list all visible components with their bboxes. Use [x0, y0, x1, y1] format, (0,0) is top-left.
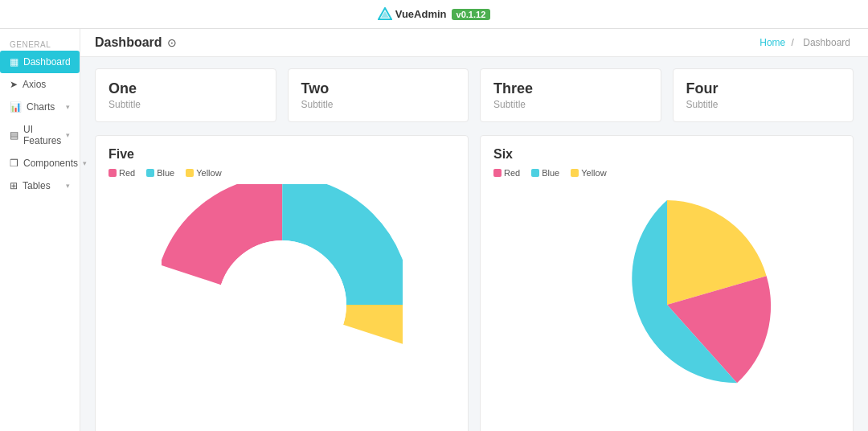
sidebar-item-label: Dashboard	[23, 56, 71, 68]
package-icon: ❒	[10, 158, 18, 169]
content: One Subtitle Two Subtitle Three Subtitle…	[80, 57, 868, 431]
legend-dot-red	[108, 169, 117, 177]
page-title: Dashboard	[95, 35, 162, 50]
legend-dot-yellow	[186, 169, 194, 177]
chevron-down-icon: ▾	[66, 182, 70, 190]
breadcrumb-separator: /	[792, 37, 797, 48]
donut-chart-container	[108, 184, 455, 425]
card-title: Two	[301, 80, 456, 97]
chart-legend-six: Red Blue Yellow	[493, 168, 840, 178]
stat-card-one: One Subtitle	[95, 68, 276, 122]
bar-chart-icon: 📊	[10, 101, 22, 113]
sidebar-item-tables[interactable]: ⊞ Tables ▾	[0, 174, 80, 197]
donut-chart-svg	[162, 184, 403, 425]
chevron-down-icon: ▾	[83, 159, 87, 167]
logo-icon	[378, 7, 392, 22]
chart-legend-five: Red Blue Yellow	[108, 168, 455, 178]
legend-dot-blue	[531, 169, 539, 177]
sidebar-item-label: Components	[23, 158, 78, 169]
card-subtitle: Subtitle	[686, 99, 841, 110]
version-badge: v0.1.12	[452, 9, 491, 20]
sidebar-item-charts[interactable]: 📊 Charts ▾	[0, 96, 80, 118]
legend-label-blue: Blue	[542, 168, 559, 178]
breadcrumb: Home / Dashboard	[760, 37, 854, 48]
legend-item-red: Red	[108, 168, 135, 178]
cards-row: One Subtitle Two Subtitle Three Subtitle…	[95, 68, 854, 122]
sidebar-item-label: Charts	[27, 101, 55, 113]
topbar: VueAdmin v0.1.12	[0, 0, 868, 29]
legend-item-red: Red	[493, 168, 520, 178]
main-content: Dashboard ⊙ Home / Dashboard One Subtitl…	[80, 29, 868, 431]
sidebar-item-axios[interactable]: ➤ Axios	[0, 73, 80, 96]
legend-label-yellow: Yellow	[196, 168, 221, 178]
card-subtitle: Subtitle	[301, 99, 456, 110]
pie-chart-svg	[547, 184, 788, 425]
legend-item-blue: Blue	[146, 168, 174, 178]
chevron-down-icon: ▾	[66, 103, 70, 111]
sidebar-item-label: Tables	[23, 180, 51, 191]
sidebar-section-label: GENERAL	[0, 35, 80, 51]
brand-name: VueAdmin	[395, 8, 447, 20]
page-header: Dashboard ⊙ Home / Dashboard	[80, 29, 868, 57]
page-title-area: Dashboard ⊙	[95, 35, 177, 50]
table-icon: ⊞	[10, 180, 18, 191]
charts-row: Five Red Blue Yellow	[95, 135, 854, 431]
legend-item-yellow: Yellow	[571, 168, 606, 178]
donut-hole	[218, 240, 346, 369]
send-icon: ➤	[10, 79, 18, 90]
sidebar-item-label: UI Features	[23, 124, 61, 146]
card-title: Four	[686, 80, 841, 97]
card-title: One	[108, 80, 263, 97]
chart-title-five: Five	[108, 147, 455, 162]
legend-label-yellow: Yellow	[581, 168, 606, 178]
card-subtitle: Subtitle	[108, 99, 263, 110]
layout-icon: ▤	[10, 129, 18, 141]
sidebar-item-dashboard[interactable]: ▦ Dashboard	[0, 51, 80, 73]
sidebar-item-ui-features[interactable]: ▤ UI Features ▾	[0, 118, 80, 152]
sidebar-item-components[interactable]: ❒ Components ▾	[0, 152, 80, 174]
legend-dot-red	[493, 169, 502, 177]
brand: VueAdmin	[378, 7, 447, 22]
sidebar: GENERAL ▦ Dashboard ➤ Axios 📊 Charts ▾ ▤…	[0, 29, 80, 431]
github-icon[interactable]: ⊙	[167, 36, 177, 49]
card-subtitle: Subtitle	[493, 99, 648, 110]
stat-card-three: Three Subtitle	[480, 68, 661, 122]
chart-card-six: Six Red Blue Yellow	[480, 135, 854, 431]
breadcrumb-home[interactable]: Home	[760, 37, 785, 48]
chart-title-six: Six	[493, 147, 840, 162]
pie-chart-container	[493, 184, 840, 425]
card-title: Three	[493, 80, 648, 97]
legend-dot-blue	[146, 169, 154, 177]
legend-item-blue: Blue	[531, 168, 559, 178]
legend-label-red: Red	[504, 168, 520, 178]
chart-card-five: Five Red Blue Yellow	[95, 135, 469, 431]
legend-label-red: Red	[119, 168, 135, 178]
legend-dot-yellow	[571, 169, 579, 177]
legend-label-blue: Blue	[157, 168, 174, 178]
sidebar-item-label: Axios	[23, 79, 46, 90]
stat-card-two: Two Subtitle	[288, 68, 469, 122]
stat-card-four: Four Subtitle	[673, 68, 854, 122]
legend-item-yellow: Yellow	[186, 168, 221, 178]
chevron-down-icon: ▾	[66, 131, 70, 139]
breadcrumb-current: Dashboard	[803, 37, 850, 48]
grid-icon: ▦	[10, 56, 18, 68]
